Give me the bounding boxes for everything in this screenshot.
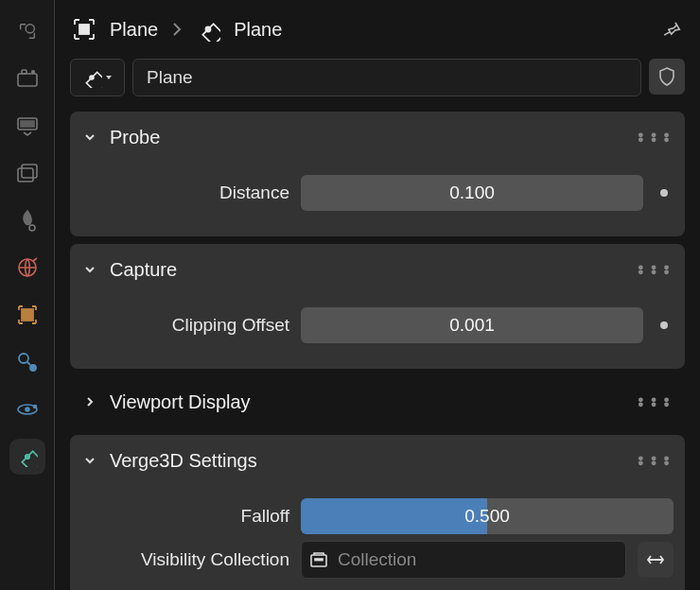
svg-rect-1 <box>18 74 37 86</box>
svg-rect-21 <box>86 72 102 88</box>
drag-grip-icon[interactable] <box>638 132 672 142</box>
animate-dot-icon[interactable] <box>660 189 668 197</box>
svg-point-22 <box>90 76 94 79</box>
tab-output-icon[interactable] <box>15 113 40 138</box>
clipping-offset-label: Clipping Offset <box>81 315 289 336</box>
svg-rect-16 <box>22 451 38 467</box>
panel-verge3d-header[interactable]: Verge3D Settings <box>70 435 685 486</box>
properties-main: Plane Plane Plane <box>55 0 700 590</box>
falloff-field[interactable]: 0.500 <box>301 498 674 534</box>
panel-verge3d: Verge3D Settings Falloff 0.500 Visibilit… <box>70 435 685 590</box>
clipping-offset-field[interactable]: 0.001 <box>301 307 643 343</box>
svg-point-20 <box>206 27 211 32</box>
datablock-row: Plane <box>55 59 700 112</box>
svg-rect-10 <box>22 309 33 321</box>
svg-rect-2 <box>22 70 26 74</box>
panel-viewport-header[interactable]: Viewport Display <box>70 376 685 427</box>
tab-scene-icon[interactable] <box>15 208 40 233</box>
panel-capture-header[interactable]: Capture <box>70 244 685 295</box>
collection-placeholder: Collection <box>338 549 416 570</box>
svg-rect-7 <box>22 165 37 178</box>
panel-capture: Capture Clipping Offset 0.001 <box>70 244 685 369</box>
svg-point-0 <box>26 25 34 33</box>
svg-point-3 <box>31 71 34 74</box>
panel-title: Probe <box>110 127 160 148</box>
animate-dot-icon[interactable] <box>660 321 668 329</box>
visibility-collection-label: Visibility Collection <box>81 549 289 570</box>
svg-point-15 <box>33 406 36 408</box>
breadcrumb: Plane Plane <box>55 0 700 59</box>
tab-object-icon[interactable] <box>15 303 40 327</box>
visibility-collection-field[interactable]: Collection <box>301 541 626 579</box>
svg-point-8 <box>29 225 35 231</box>
tab-render-icon[interactable] <box>15 66 40 91</box>
panel-title: Capture <box>110 259 177 281</box>
chevron-right-icon <box>83 395 100 408</box>
svg-rect-6 <box>18 168 33 182</box>
panel-viewport-display: Viewport Display <box>70 376 685 427</box>
drag-grip-icon[interactable] <box>638 397 672 407</box>
distance-field[interactable]: 0.100 <box>301 175 643 211</box>
tab-data-icon[interactable] <box>15 444 40 469</box>
chevron-down-icon <box>83 130 100 144</box>
object-select-icon[interactable] <box>72 17 96 42</box>
tab-tool-icon[interactable] <box>15 19 40 43</box>
breadcrumb-data[interactable]: Plane <box>234 19 282 41</box>
svg-point-12 <box>30 365 36 371</box>
svg-point-17 <box>25 455 28 459</box>
fake-user-toggle[interactable] <box>649 59 685 95</box>
tab-constraints-icon[interactable] <box>15 350 40 374</box>
tab-physics-icon[interactable] <box>15 397 40 422</box>
panel-probe-header[interactable]: Probe <box>70 112 685 163</box>
svg-point-14 <box>26 408 29 411</box>
tab-world-icon[interactable] <box>15 255 40 280</box>
drag-grip-icon[interactable] <box>638 456 672 465</box>
svg-rect-18 <box>79 25 89 34</box>
data-icon[interactable] <box>196 17 220 42</box>
svg-rect-5 <box>21 121 34 127</box>
panels-area: Probe Distance 0.100 Capture <box>55 112 700 590</box>
falloff-label: Falloff <box>81 506 289 527</box>
breadcrumb-separator-icon <box>171 21 183 38</box>
svg-rect-24 <box>315 559 323 561</box>
panel-title: Viewport Display <box>110 391 251 413</box>
chevron-down-icon <box>83 263 100 276</box>
panel-probe: Probe Distance 0.100 <box>70 112 685 236</box>
invert-button[interactable] <box>638 542 674 578</box>
tab-viewlayer-icon[interactable] <box>15 161 40 185</box>
distance-label: Distance <box>81 182 289 203</box>
svg-point-11 <box>19 354 28 363</box>
panel-title: Verge3D Settings <box>110 450 257 472</box>
breadcrumb-object[interactable]: Plane <box>110 19 158 41</box>
drag-grip-icon[interactable] <box>638 265 672 274</box>
datablock-name-field[interactable]: Plane <box>132 59 641 96</box>
svg-rect-19 <box>202 24 220 42</box>
collection-icon <box>309 551 328 568</box>
property-tabs <box>0 0 55 590</box>
pin-icon[interactable] <box>660 18 683 41</box>
chevron-down-icon <box>83 454 100 467</box>
datablock-type-selector[interactable] <box>70 59 125 96</box>
